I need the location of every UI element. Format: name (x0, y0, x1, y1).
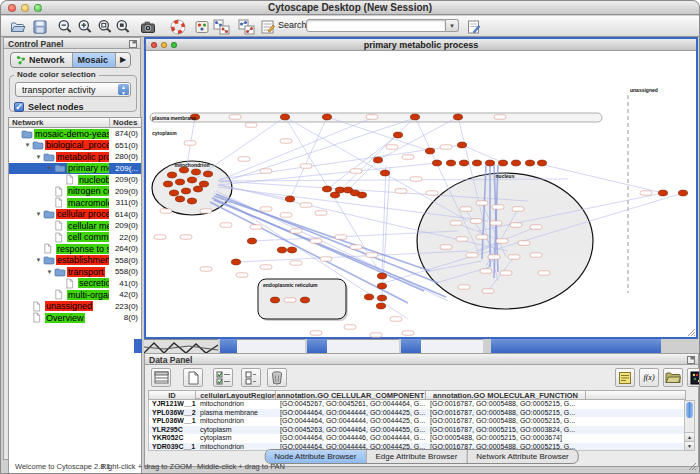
graph-node[interactable] (453, 114, 462, 120)
graph-node[interactable] (393, 132, 402, 138)
graph-node[interactable] (511, 160, 520, 166)
graph-node[interactable] (537, 160, 546, 166)
table-cell[interactable]: YKR052C (149, 434, 197, 443)
attribute-batch-icon[interactable] (465, 18, 483, 35)
graph-node[interactable] (457, 142, 466, 148)
tree-row[interactable]: mosaic-demo-yeast874(0) (9, 128, 141, 140)
graph-node[interactable] (300, 297, 309, 303)
graph-node[interactable] (373, 157, 382, 163)
table-row[interactable]: YKR052Ccytoplasm[GO:0044464, GO:0044446,… (149, 434, 685, 443)
select-attributes-icon[interactable] (213, 368, 233, 387)
table-cell[interactable]: cytoplasm (197, 434, 277, 443)
column-header[interactable]: annotation.GO MOLECULAR_FUNCTION (426, 390, 586, 400)
graph-node[interactable] (425, 148, 434, 154)
tab-mosaic[interactable]: Mosaic (73, 53, 117, 67)
formula-fx-icon[interactable]: f(x) (639, 368, 659, 387)
expand-arrow-icon[interactable]: ▼ (34, 257, 43, 263)
zoom-in-icon[interactable] (76, 18, 94, 35)
graph-node[interactable] (280, 114, 289, 120)
graph-node[interactable] (285, 196, 294, 202)
zoom-selected-icon[interactable] (96, 18, 114, 35)
scroll-down-icon[interactable]: ▼ (685, 441, 694, 450)
graph-node[interactable] (357, 192, 366, 198)
table-vertical-scrollbar[interactable]: ▲ ▼ (684, 400, 695, 451)
graph-node[interactable] (380, 170, 389, 176)
table-row[interactable]: YJR121W__1mitochondrion[GO:0045267, GO:0… (149, 400, 685, 409)
tree-row[interactable]: multi-organism pro42(0) (9, 289, 141, 301)
help-ring-icon[interactable] (169, 18, 187, 35)
graph-node[interactable] (432, 160, 441, 166)
graph-node[interactable] (247, 238, 256, 244)
attribute-matrix-icon[interactable] (687, 368, 700, 387)
graph-node[interactable] (410, 114, 419, 120)
new-attribute-icon[interactable] (183, 368, 203, 387)
vizmapper-icon[interactable] (193, 18, 211, 35)
tree-row[interactable]: cellular metabol209(0) (9, 220, 141, 232)
tree-row[interactable]: cell communicat22(0) (9, 232, 141, 244)
layout-b-icon[interactable] (237, 18, 255, 35)
expand-arrow-icon[interactable]: ▼ (45, 269, 54, 275)
table-cell[interactable]: [GO:0005488, GO:0005215, GO:0003674] (427, 434, 587, 443)
tree-row[interactable]: response to stimulu264(0) (9, 243, 141, 255)
graph-node[interactable] (377, 273, 386, 279)
tree-header-network[interactable]: Network (9, 118, 110, 127)
table-cell[interactable]: [GO:0016787, GO:0005488, GO:0005215, G..… (427, 417, 587, 426)
graph-node[interactable] (459, 160, 468, 166)
table-row[interactable]: YPL036W__1mitochondrion[GO:0044464, GO:0… (149, 417, 685, 426)
graph-node[interactable] (270, 297, 279, 303)
open-icon[interactable] (9, 18, 27, 35)
tree-row[interactable]: nitrogen compou209(0) (9, 186, 141, 198)
tree-row[interactable]: ▼biological_process651(0) (9, 140, 141, 152)
table-cell[interactable]: [GO:0044464, GO:0044444, GO:0044425, G..… (277, 417, 427, 426)
graph-node[interactable] (203, 171, 212, 177)
graph-node[interactable] (364, 294, 373, 300)
tab-network[interactable]: Network (11, 53, 73, 67)
network-resize-grip[interactable] (686, 327, 696, 337)
table-cell[interactable]: [GO:0044464, GO:0044444, GO:0044425, G..… (277, 409, 427, 418)
graph-node[interactable] (193, 186, 202, 192)
node-color-dropdown[interactable]: transporter activity ▲▼ (15, 82, 131, 97)
column-header[interactable]: ID (148, 390, 196, 400)
graph-node[interactable] (163, 181, 172, 187)
graph-node[interactable] (175, 196, 184, 202)
tree-row[interactable]: secretion41(0) (9, 278, 141, 290)
scroll-up-icon[interactable]: ▲ (685, 432, 694, 441)
graph-node[interactable] (191, 169, 200, 175)
table-cell[interactable]: YJR121W__1 (149, 400, 197, 409)
table-cell[interactable]: [GO:0045267, GO:0045261, GO:0044464, G..… (277, 400, 427, 409)
unselect-attributes-icon[interactable] (241, 368, 261, 387)
table-cell[interactable]: [GO:0016787, GO:0005488, GO:0005215, G..… (427, 409, 587, 418)
tree-row[interactable]: Overview8(0) (9, 312, 141, 324)
scrollbar-thumb[interactable] (686, 402, 693, 418)
graph-node[interactable] (678, 190, 687, 196)
attribute-editor-icon[interactable] (615, 368, 635, 387)
zoom-fit-icon[interactable] (114, 18, 132, 35)
tree-row[interactable]: ▼transport558(0) (9, 266, 141, 278)
graph-node[interactable] (446, 160, 455, 166)
graph-node[interactable] (287, 247, 296, 253)
graph-node[interactable] (322, 186, 331, 192)
graph-node[interactable] (277, 247, 286, 253)
tree-row[interactable]: nucleobase-c209(0) (9, 174, 141, 186)
net-close-button[interactable] (151, 42, 157, 48)
graph-node[interactable] (167, 172, 176, 178)
column-header[interactable]: annotation.GO CELLULAR_COMPONENT (276, 390, 426, 400)
net-minimize-button[interactable] (161, 42, 167, 48)
search-dropdown-icon[interactable]: ▾ (446, 19, 459, 32)
tab-overflow-arrow[interactable]: ▶ (116, 53, 130, 67)
table-cell[interactable]: YLR295C (149, 426, 197, 435)
attribute-table-icon[interactable] (151, 368, 171, 387)
graph-node[interactable] (175, 179, 184, 185)
graph-node[interactable] (472, 160, 481, 166)
zoom-out-icon[interactable] (56, 18, 74, 35)
graph-node[interactable] (181, 188, 190, 194)
table-cell[interactable]: YPL036W__2 (149, 409, 197, 418)
tree-row[interactable]: ▼metabolic process280(0) (9, 151, 141, 163)
expand-arrow-icon[interactable]: ▼ (34, 211, 43, 217)
graph-node[interactable] (658, 190, 667, 196)
table-cell[interactable]: YPL036W__1 (149, 417, 197, 426)
select-nodes-checkbox[interactable]: ✓ (14, 102, 24, 112)
data-panel-float-icon[interactable] (687, 356, 695, 366)
table-cell[interactable]: [GO:0016787, GO:0005215, GO:0003824, G..… (427, 426, 587, 435)
graph-node[interactable] (231, 259, 240, 265)
